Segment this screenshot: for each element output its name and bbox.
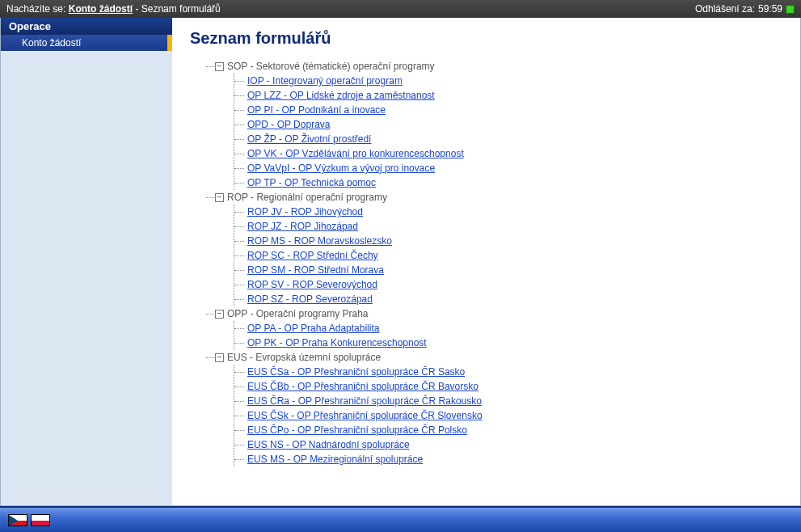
sidebar-item-konto-zadosti[interactable]: Konto žádostí [1, 35, 172, 51]
tree-leaf: OP ŽP - OP Životní prostředí [234, 132, 782, 146]
tree-leaf: ROP SM - ROP Střední Morava [234, 263, 782, 277]
tree-leaf-link[interactable]: IOP - Integrovaný operační program [247, 75, 403, 87]
tree-leaf: ROP SZ - ROP Severozápad [234, 292, 782, 306]
tree-leaf: OP VaVpI - OP Výzkum a vývoj pro inovace [234, 161, 782, 175]
tree-leaf: ROP JZ - ROP Jihozápad [234, 219, 782, 234]
tree-leaf: EUS MS - OP Meziregionální spolupráce [234, 452, 782, 467]
breadcrumb: Nacházíte se: Konto žádostí - Seznam for… [6, 3, 695, 15]
tree-leaf-link[interactable]: OP VaVpI - OP Výzkum a vývoj pro inovace [247, 163, 435, 174]
tree-leaf: EUS ČBb - OP Přeshraniční spolupráce ČR … [234, 379, 782, 394]
tree-leaf-link[interactable]: ROP SV - ROP Severovýchod [247, 279, 377, 290]
tree-group: −EUS - Evropská územní spolupráceEUS ČSa… [206, 350, 782, 467]
tree-leaf: OP LZZ - OP Lidské zdroje a zaměstnanost [234, 88, 782, 103]
tree-leaf-link[interactable]: ROP JZ - ROP Jihozápad [247, 221, 358, 232]
tree-leaf-link[interactable]: OP PK - OP Praha Konkurenceschopnost [247, 337, 427, 348]
tree-leaf-link[interactable]: ROP MS - ROP Moravskoslezsko [247, 235, 392, 247]
content: Seznam formulářů −SOP - Sektorové (témat… [172, 18, 800, 505]
tree-leaf-link[interactable]: EUS ČRa - OP Přeshraniční spolupráce ČR … [247, 395, 482, 407]
tree-group-label: EUS - Evropská územní spolupráce [227, 350, 381, 365]
tree-group: −ROP - Regionální operační programyROP J… [206, 190, 782, 306]
tree-leaf: EUS ČSk - OP Přeshraniční spolupráce ČR … [234, 408, 782, 423]
tree-leaf-link[interactable]: OP ŽP - OP Životní prostředí [247, 133, 371, 145]
tree-group-label: ROP - Regionální operační programy [227, 190, 387, 205]
tree-leaf: ROP MS - ROP Moravskoslezsko [234, 234, 782, 248]
form-tree: −SOP - Sektorové (tématické) operační pr… [206, 59, 782, 467]
tree-leaf: OPD - OP Doprava [234, 117, 782, 132]
tree-leaf: OP VK - OP Vzdělávání pro konkurencescho… [234, 146, 782, 161]
topbar: Nacházíte se: Konto žádostí - Seznam for… [0, 0, 801, 18]
tree-leaf-link[interactable]: ROP SZ - ROP Severozápad [247, 293, 373, 305]
tree-leaf-link[interactable]: EUS ČSk - OP Přeshraniční spolupráce ČR … [247, 410, 483, 421]
tree-group: −OPP - Operační programy PrahaOP PA - OP… [206, 306, 782, 350]
tree-leaf-link[interactable]: OP PA - OP Praha Adaptabilita [247, 323, 379, 334]
breadcrumb-link-konto[interactable]: Konto žádostí [69, 3, 133, 15]
session-status-icon [786, 5, 795, 14]
tree-leaf: EUS ČSa - OP Přeshraniční spolupráce ČR … [234, 365, 782, 379]
breadcrumb-prefix: Nacházíte se: [6, 3, 69, 15]
breadcrumb-current: Seznam formulářů [141, 3, 221, 15]
tree-leaf-link[interactable]: OP TP - OP Technická pomoc [247, 177, 376, 188]
tree-leaf: EUS NS - OP Nadnárodní spolupráce [234, 437, 782, 452]
tree-leaf-link[interactable]: EUS ČPo - OP Přeshraniční spolupráce ČR … [247, 424, 467, 436]
sidebar-heading: Operace [1, 18, 172, 35]
tree-leaf-link[interactable]: ROP SC - ROP Střední Čechy [247, 250, 378, 261]
tree-group-label: OPP - Operační programy Praha [227, 306, 369, 321]
tree-leaf-link[interactable]: OP PI - OP Podnikání a inovace [247, 104, 386, 116]
main-area: Operace Konto žádostí Seznam formulářů −… [0, 18, 801, 506]
tree-leaf: ROP JV - ROP Jihovýchod [234, 205, 782, 219]
tree-leaf-link[interactable]: ROP JV - ROP Jihovýchod [247, 206, 363, 217]
tree-leaf: ROP SV - ROP Severovýchod [234, 277, 782, 292]
tree-leaf: IOP - Integrovaný operační program [234, 74, 782, 88]
tree-group: −SOP - Sektorové (tématické) operační pr… [206, 59, 782, 190]
footer [0, 506, 801, 532]
tree-leaf-link[interactable]: EUS MS - OP Meziregionální spolupráce [247, 454, 423, 465]
flag-cz-icon[interactable] [8, 514, 27, 526]
tree-leaf: OP PI - OP Podnikání a inovace [234, 103, 782, 117]
tree-leaf: OP TP - OP Technická pomoc [234, 175, 782, 190]
tree-leaf: EUS ČRa - OP Přeshraniční spolupráce ČR … [234, 394, 782, 408]
tree-group-label: SOP - Sektorové (tématické) operační pro… [227, 59, 435, 74]
collapse-icon[interactable]: − [215, 310, 224, 319]
tree-leaf-link[interactable]: EUS NS - OP Nadnárodní spolupráce [247, 439, 410, 450]
logout-label: Odhlášení za: [695, 3, 755, 15]
tree-leaf-link[interactable]: OP VK - OP Vzdělávání pro konkurencescho… [247, 148, 464, 159]
tree-leaf-link[interactable]: EUS ČSa - OP Přeshraniční spolupráce ČR … [247, 366, 465, 378]
tree-leaf: OP PK - OP Praha Konkurenceschopnost [234, 336, 782, 350]
collapse-icon[interactable]: − [215, 62, 224, 71]
flag-pl-icon[interactable] [31, 514, 50, 526]
collapse-icon[interactable]: − [215, 193, 224, 202]
tree-leaf: OP PA - OP Praha Adaptabilita [234, 321, 782, 336]
page-title: Seznam formulářů [190, 29, 782, 48]
tree-leaf-link[interactable]: EUS ČBb - OP Přeshraniční spolupráce ČR … [247, 381, 478, 392]
tree-leaf-link[interactable]: OPD - OP Doprava [247, 119, 330, 130]
logout-time: 59:59 [758, 3, 782, 15]
tree-leaf-link[interactable]: OP LZZ - OP Lidské zdroje a zaměstnanost [247, 90, 435, 101]
logout-timer: Odhlášení za: 59:59 [695, 3, 795, 15]
tree-leaf: EUS ČPo - OP Přeshraniční spolupráce ČR … [234, 423, 782, 437]
breadcrumb-sep: - [135, 3, 141, 15]
sidebar: Operace Konto žádostí [1, 18, 172, 505]
tree-leaf: ROP SC - ROP Střední Čechy [234, 248, 782, 263]
collapse-icon[interactable]: − [215, 353, 224, 362]
tree-leaf-link[interactable]: ROP SM - ROP Střední Morava [247, 264, 384, 276]
